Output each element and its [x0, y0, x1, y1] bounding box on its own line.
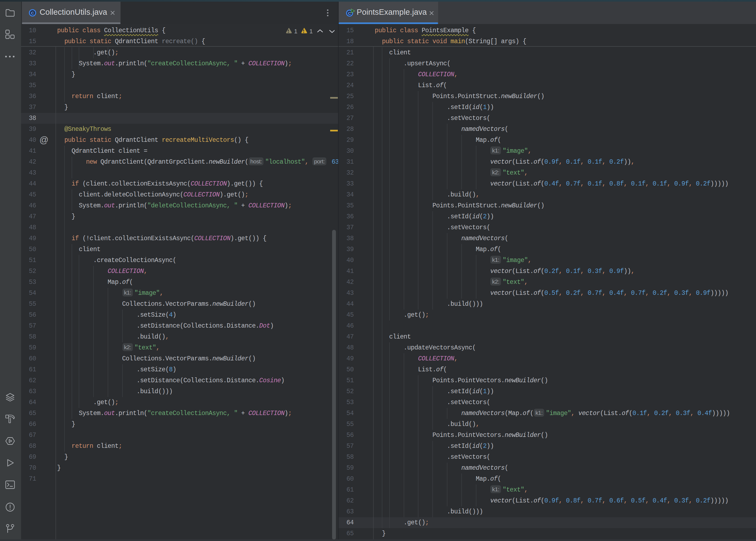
svg-text:1: 1: [310, 28, 313, 35]
svg-text:1: 1: [294, 28, 298, 35]
svg-text:C: C: [348, 11, 351, 16]
svg-text:C: C: [31, 11, 34, 15]
